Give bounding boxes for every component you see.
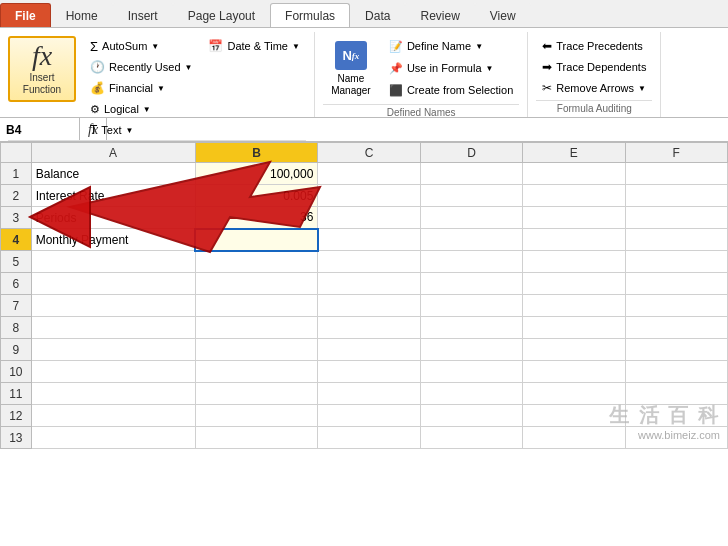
cell-C12[interactable] bbox=[318, 405, 420, 427]
recently-used-button[interactable]: 🕐 Recently Used ▼ bbox=[84, 57, 198, 77]
row-header-9[interactable]: 9 bbox=[1, 339, 32, 361]
cell-F6[interactable] bbox=[625, 273, 727, 295]
cell-E3[interactable] bbox=[523, 207, 625, 229]
cell-B1[interactable]: 100,000 bbox=[195, 163, 318, 185]
col-header-B[interactable]: B bbox=[195, 143, 318, 163]
col-header-D[interactable]: D bbox=[420, 143, 522, 163]
row-header-6[interactable]: 6 bbox=[1, 273, 32, 295]
trace-dependents-button[interactable]: ➡ Trace Dependents bbox=[536, 57, 652, 77]
cell-B7[interactable] bbox=[195, 295, 318, 317]
cell-C8[interactable] bbox=[318, 317, 420, 339]
cell-E2[interactable] bbox=[523, 185, 625, 207]
row-header-4[interactable]: 4 bbox=[1, 229, 32, 251]
cell-D6[interactable] bbox=[420, 273, 522, 295]
cell-B3[interactable]: 36 bbox=[195, 207, 318, 229]
cell-D7[interactable] bbox=[420, 295, 522, 317]
trace-precedents-button[interactable]: ⬅ Trace Precedents bbox=[536, 36, 652, 56]
define-name-button[interactable]: 📝 Define Name ▼ bbox=[383, 36, 519, 56]
row-header-1[interactable]: 1 bbox=[1, 163, 32, 185]
cell-C5[interactable] bbox=[318, 251, 420, 273]
cell-E9[interactable] bbox=[523, 339, 625, 361]
cell-E8[interactable] bbox=[523, 317, 625, 339]
cell-A7[interactable] bbox=[31, 295, 195, 317]
use-in-formula-button[interactable]: 📌 Use in Formula ▼ bbox=[383, 58, 519, 78]
cell-E6[interactable] bbox=[523, 273, 625, 295]
cell-C13[interactable] bbox=[318, 427, 420, 449]
row-header-8[interactable]: 8 bbox=[1, 317, 32, 339]
col-header-E[interactable]: E bbox=[523, 143, 625, 163]
cell-F7[interactable] bbox=[625, 295, 727, 317]
cell-D8[interactable] bbox=[420, 317, 522, 339]
cell-A3[interactable]: Periods bbox=[31, 207, 195, 229]
cell-A2[interactable]: Interest Rate bbox=[31, 185, 195, 207]
cell-E7[interactable] bbox=[523, 295, 625, 317]
cell-C3[interactable] bbox=[318, 207, 420, 229]
text-button[interactable]: T Text ▼ bbox=[84, 120, 198, 140]
cell-E10[interactable] bbox=[523, 361, 625, 383]
name-manager-button[interactable]: Nfx NameManager bbox=[323, 36, 379, 102]
cell-D1[interactable] bbox=[420, 163, 522, 185]
cell-F3[interactable] bbox=[625, 207, 727, 229]
row-header-7[interactable]: 7 bbox=[1, 295, 32, 317]
tab-data[interactable]: Data bbox=[350, 3, 405, 27]
cell-C6[interactable] bbox=[318, 273, 420, 295]
insert-function-button[interactable]: fx InsertFunction bbox=[8, 36, 76, 102]
cell-D3[interactable] bbox=[420, 207, 522, 229]
cell-C11[interactable] bbox=[318, 383, 420, 405]
autosum-button[interactable]: Σ AutoSum ▼ bbox=[84, 36, 198, 56]
logical-button[interactable]: ⚙ Logical ▼ bbox=[84, 99, 198, 119]
cell-E12[interactable] bbox=[523, 405, 625, 427]
cell-C1[interactable] bbox=[318, 163, 420, 185]
cell-B12[interactable] bbox=[195, 405, 318, 427]
cell-B10[interactable] bbox=[195, 361, 318, 383]
tab-formulas[interactable]: Formulas bbox=[270, 3, 350, 27]
cell-D10[interactable] bbox=[420, 361, 522, 383]
row-header-5[interactable]: 5 bbox=[1, 251, 32, 273]
cell-F12[interactable] bbox=[625, 405, 727, 427]
cell-F8[interactable] bbox=[625, 317, 727, 339]
row-header-13[interactable]: 13 bbox=[1, 427, 32, 449]
cell-A12[interactable] bbox=[31, 405, 195, 427]
cell-A4[interactable]: Monthly Payment bbox=[31, 229, 195, 251]
cell-E4[interactable] bbox=[523, 229, 625, 251]
cell-E5[interactable] bbox=[523, 251, 625, 273]
row-header-3[interactable]: 3 bbox=[1, 207, 32, 229]
tab-view[interactable]: View bbox=[475, 3, 531, 27]
cell-C10[interactable] bbox=[318, 361, 420, 383]
col-header-A[interactable]: A bbox=[31, 143, 195, 163]
cell-E1[interactable] bbox=[523, 163, 625, 185]
cell-F4[interactable] bbox=[625, 229, 727, 251]
cell-F13[interactable] bbox=[625, 427, 727, 449]
tab-home[interactable]: Home bbox=[51, 3, 113, 27]
financial-button[interactable]: 💰 Financial ▼ bbox=[84, 78, 198, 98]
cell-C2[interactable] bbox=[318, 185, 420, 207]
cell-E11[interactable] bbox=[523, 383, 625, 405]
cell-B5[interactable] bbox=[195, 251, 318, 273]
cell-D9[interactable] bbox=[420, 339, 522, 361]
cell-A8[interactable] bbox=[31, 317, 195, 339]
row-header-11[interactable]: 11 bbox=[1, 383, 32, 405]
cell-C4[interactable] bbox=[318, 229, 420, 251]
cell-F2[interactable] bbox=[625, 185, 727, 207]
cell-A5[interactable] bbox=[31, 251, 195, 273]
cell-F10[interactable] bbox=[625, 361, 727, 383]
cell-F5[interactable] bbox=[625, 251, 727, 273]
cell-D13[interactable] bbox=[420, 427, 522, 449]
row-header-2[interactable]: 2 bbox=[1, 185, 32, 207]
cell-A9[interactable] bbox=[31, 339, 195, 361]
cell-F1[interactable] bbox=[625, 163, 727, 185]
cell-B11[interactable] bbox=[195, 383, 318, 405]
cell-E13[interactable] bbox=[523, 427, 625, 449]
row-header-10[interactable]: 10 bbox=[1, 361, 32, 383]
cell-D5[interactable] bbox=[420, 251, 522, 273]
cell-A11[interactable] bbox=[31, 383, 195, 405]
cell-A10[interactable] bbox=[31, 361, 195, 383]
cell-A13[interactable] bbox=[31, 427, 195, 449]
cell-A1[interactable]: Balance bbox=[31, 163, 195, 185]
cell-B8[interactable] bbox=[195, 317, 318, 339]
cell-B2[interactable]: 0.005 bbox=[195, 185, 318, 207]
cell-A6[interactable] bbox=[31, 273, 195, 295]
create-from-selection-button[interactable]: ⬛ Create from Selection bbox=[383, 80, 519, 100]
col-header-C[interactable]: C bbox=[318, 143, 420, 163]
remove-arrows-button[interactable]: ✂ Remove Arrows ▼ bbox=[536, 78, 652, 98]
